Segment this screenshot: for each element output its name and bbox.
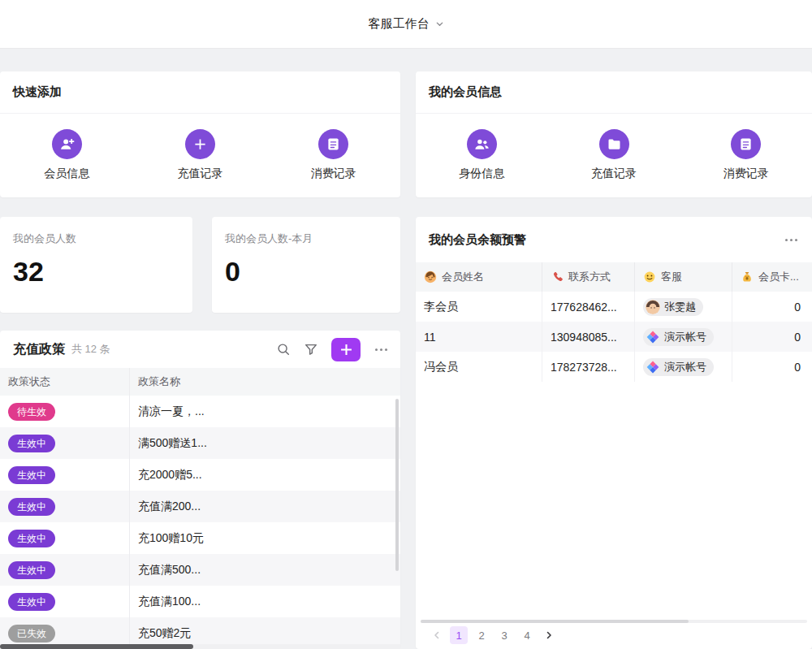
more-menu-icon[interactable] — [374, 345, 389, 354]
status-badge: 生效中 — [8, 466, 55, 484]
pagination: 1 2 3 4 — [429, 626, 557, 644]
policy-name-cell: 满500赠送1... — [130, 427, 400, 459]
prev-page-icon[interactable] — [429, 626, 445, 644]
policy-row[interactable]: 生效中 充值满500... — [0, 554, 400, 586]
top-bar: 客服工作台 — [0, 0, 812, 49]
column-header-name: 政策名称 — [130, 368, 400, 396]
more-menu-icon[interactable] — [784, 236, 799, 244]
identity-info-item[interactable]: 身份信息 — [416, 129, 548, 181]
policy-name-cell: 充100赠10元 — [130, 522, 400, 554]
member-add-icon — [52, 129, 82, 159]
policy-horizontal-scrollbar-thumb[interactable] — [0, 644, 193, 649]
policy-row[interactable]: 生效中 充2000赠5... — [0, 459, 400, 491]
filter-icon[interactable] — [304, 342, 318, 357]
my-member-info-title: 我的会员信息 — [416, 71, 812, 114]
service-user-pill: 张雯越 — [643, 298, 703, 316]
policy-row[interactable]: 生效中 充100赠10元 — [0, 522, 400, 554]
quick-add-member-info-label: 会员信息 — [44, 167, 89, 181]
service-name: 演示帐号 — [664, 330, 706, 344]
member-service-cell: 演示帐号 — [635, 322, 732, 352]
member-row[interactable]: 冯会员 178273728... 演示帐号 0 — [416, 352, 812, 382]
member-phone-cell: 130948085... — [542, 322, 635, 352]
page-button-3[interactable]: 3 — [495, 626, 513, 644]
stat-value: 0 — [225, 256, 387, 288]
phone-icon — [551, 270, 564, 283]
service-user-pill: 演示帐号 — [643, 328, 714, 346]
status-badge: 生效中 — [8, 561, 55, 579]
page-title: 客服工作台 — [369, 16, 430, 32]
service-logo-avatar — [646, 360, 660, 374]
policy-name-cell: 充值满500... — [130, 554, 400, 586]
consume-record-item[interactable]: 消费记录 — [680, 129, 812, 181]
quick-add-consume-record-label: 消费记录 — [311, 167, 356, 181]
member-balance-cell: 0 — [732, 352, 812, 382]
status-badge: 待生效 — [8, 403, 55, 421]
balance-table-header: 会员姓名 联系方式 客服 ¥ 会员卡... — [416, 262, 812, 292]
quick-add-recharge-record-label: 充值记录 — [177, 167, 222, 181]
member-balance-cell: 0 — [732, 322, 812, 352]
people-icon — [467, 129, 497, 159]
policy-name-cell: 清凉一夏，... — [130, 396, 400, 427]
policy-horizontal-scrollbar[interactable] — [0, 644, 400, 649]
vertical-scrollbar-thumb[interactable] — [395, 399, 399, 571]
receipt-icon — [318, 129, 348, 159]
add-record-button[interactable] — [331, 338, 361, 361]
member-name-cell: 李会员 — [416, 292, 542, 322]
status-badge: 生效中 — [8, 593, 55, 611]
search-icon[interactable] — [276, 342, 291, 357]
policy-row[interactable]: 待生效 清凉一夏，... — [0, 396, 400, 427]
member-phone-cell: 178273728... — [542, 352, 635, 382]
quick-add-consume-record[interactable]: 消费记录 — [267, 129, 400, 181]
column-header-service: 客服 — [635, 262, 732, 292]
status-badge: 生效中 — [8, 530, 55, 547]
member-name-cell: 冯会员 — [416, 352, 542, 382]
balance-warning-title: 我的会员余额预警 — [429, 232, 526, 248]
policy-row[interactable]: 生效中 充值满100... — [0, 586, 400, 617]
recharge-record-item[interactable]: 充值记录 — [548, 129, 680, 181]
member-service-cell: 演示帐号 — [635, 352, 732, 382]
identity-info-label: 身份信息 — [459, 167, 504, 181]
page-button-1[interactable]: 1 — [450, 626, 468, 644]
member-name-cell: 11 — [416, 322, 542, 352]
policy-row[interactable]: 生效中 充值满200... — [0, 491, 400, 522]
policy-name-cell: 充值满200... — [130, 491, 400, 522]
quick-add-card: 快速添加 会员信息 充值记录 消费记录 — [0, 71, 400, 197]
status-badge: 生效中 — [8, 435, 55, 452]
next-page-icon[interactable] — [541, 626, 557, 644]
stat-card-member-count: 我的会员人数 32 — [0, 217, 192, 313]
column-header-status: 政策状态 — [0, 368, 130, 396]
column-header-contact: 联系方式 — [542, 262, 635, 292]
quick-add-member-info[interactable]: 会员信息 — [0, 129, 133, 181]
member-icon — [424, 270, 437, 283]
page-button-4[interactable]: 4 — [518, 626, 536, 644]
status-badge: 已失效 — [8, 625, 55, 643]
service-avatar — [646, 300, 660, 314]
service-name: 张雯越 — [664, 300, 696, 314]
consume-record-label: 消费记录 — [723, 167, 769, 181]
stat-label: 我的会员人数 — [13, 231, 179, 246]
quick-add-title: 快速添加 — [0, 71, 400, 114]
horizontal-scrollbar-thumb[interactable] — [421, 620, 689, 623]
my-member-info-actions: 身份信息 充值记录 消费记录 — [416, 114, 812, 197]
smiley-icon — [643, 270, 656, 283]
page-button-2[interactable]: 2 — [473, 626, 490, 644]
member-phone-cell: 177628462... — [542, 292, 635, 322]
policy-table-body: 待生效 清凉一夏，... 生效中 满500赠送1... 生效中 充2000赠5.… — [0, 396, 400, 649]
quick-add-recharge-record[interactable]: 充值记录 — [133, 129, 266, 181]
member-row[interactable]: 李会员 177628462... 张雯越 0 — [416, 292, 812, 322]
svg-text:¥: ¥ — [745, 275, 749, 281]
stat-value: 32 — [13, 256, 179, 288]
recharge-policy-header: 充值政策 共 12 条 — [0, 331, 400, 368]
recharge-policy-card: 充值政策 共 12 条 政策状态 政策名称 待生效 清凉一夏，... 生效中 满… — [0, 331, 400, 649]
record-count: 共 12 条 — [71, 342, 110, 357]
app-title-dropdown[interactable]: 客服工作台 — [369, 16, 444, 32]
policy-row[interactable]: 生效中 满500赠送1... — [0, 427, 400, 459]
plus-icon — [185, 129, 215, 159]
horizontal-scrollbar[interactable] — [421, 620, 807, 623]
status-badge: 生效中 — [8, 498, 55, 516]
policy-name-cell: 充值满100... — [130, 586, 400, 617]
member-row[interactable]: 11 130948085... 演示帐号 0 — [416, 322, 812, 352]
my-member-info-card: 我的会员信息 身份信息 充值记录 消费记录 — [416, 71, 812, 197]
recharge-policy-title: 充值政策 — [13, 341, 65, 358]
stat-card-member-count-month: 我的会员人数-本月 0 — [212, 217, 400, 313]
